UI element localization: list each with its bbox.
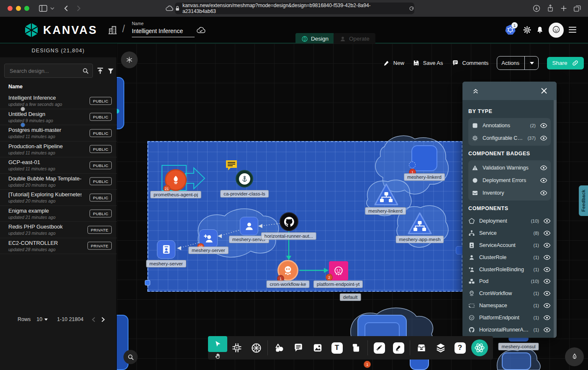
selection-handle[interactable] (145, 280, 150, 285)
components-tool[interactable] (227, 336, 246, 360)
node-label[interactable]: meshery-linkerd (404, 173, 445, 181)
node-cron-workflow[interactable]: 1 (277, 260, 298, 281)
visibility-badge[interactable]: PUBLIC (90, 177, 112, 185)
node-label[interactable]: horizontal-runner-aut... (261, 232, 316, 240)
design-list-item[interactable]: GCP-east-01updated 11 minutes agoPUBLIC (0, 157, 117, 174)
panel-scrollbar[interactable] (554, 100, 557, 338)
component-row[interactable]: ClusterRoleBinding(1) (468, 263, 554, 275)
badge-toggle-row[interactable]: Validation Warnings (472, 162, 547, 174)
pencil-tool[interactable] (389, 336, 408, 360)
feedback-tab[interactable]: Feedback (579, 185, 588, 216)
chevron-down-icon[interactable] (50, 7, 54, 10)
eye-icon[interactable] (543, 326, 551, 334)
rows-per-page-select[interactable]: 10 (36, 316, 48, 322)
design-list-item[interactable]: Intelligent Inferenceupdated a few secon… (0, 93, 117, 109)
filter-icon[interactable] (107, 67, 114, 75)
annotation-comment-icon[interactable] (225, 159, 238, 172)
node-clusterrole[interactable] (240, 217, 258, 235)
eye-icon[interactable] (540, 177, 547, 184)
zoom-control-button[interactable] (123, 350, 138, 364)
visibility-badge[interactable]: PUBLIC (90, 161, 112, 169)
kubernetes-tool[interactable] (246, 336, 266, 360)
snowflake-button[interactable] (121, 51, 138, 68)
visibility-badge[interactable]: PUBLIC (90, 145, 112, 153)
next-page-button[interactable] (101, 317, 105, 322)
component-row[interactable]: Pod(10) (468, 275, 554, 288)
reload-icon[interactable] (409, 6, 414, 11)
eye-icon[interactable] (543, 290, 551, 297)
minimize-window-button[interactable] (16, 6, 21, 11)
comment-tool[interactable] (289, 336, 308, 360)
select-tool[interactable] (208, 336, 227, 352)
visibility-badge[interactable]: PUBLIC (90, 97, 112, 105)
edge-pen-tool[interactable] (370, 336, 389, 360)
note-tool[interactable] (347, 336, 366, 360)
warning-count-badge[interactable]: 1 (364, 361, 371, 368)
eye-icon[interactable] (543, 217, 551, 225)
component-row[interactable]: Service(8) (468, 227, 554, 239)
zoom-window-button[interactable] (24, 6, 29, 11)
design-list-item[interactable]: Untitled Designupdated 9 minutes agoPUBL… (0, 109, 117, 126)
badge-toggle-row[interactable]: Inventory (472, 187, 547, 199)
visibility-badge[interactable]: PUBLIC (90, 193, 112, 201)
save-as-button[interactable]: Save As (413, 59, 443, 67)
new-tab-icon[interactable] (560, 5, 567, 12)
design-list-item[interactable]: EC2-CONTROLLERupdated 28 minutes agoPRIV… (0, 238, 117, 254)
node-label[interactable]: meshery-server (188, 247, 229, 254)
error-count-badge[interactable]: 2 (326, 274, 333, 281)
node-platform-endpoint[interactable]: 2 (329, 261, 348, 280)
kanvas-logo-icon[interactable] (23, 22, 39, 38)
node-linkerd-deployment[interactable]: 1 (411, 145, 437, 171)
meshery-tool[interactable] (470, 339, 490, 356)
image-tool[interactable] (308, 336, 327, 360)
design-list-item[interactable]: Enigma exampleupdated 21 minutes agoPUBL… (0, 206, 117, 222)
new-button[interactable]: New (383, 59, 404, 67)
node-label[interactable]: meshery-linkerd (365, 207, 406, 215)
prev-page-button[interactable] (92, 317, 95, 322)
visibility-badge[interactable]: PUBLIC (90, 210, 112, 218)
eye-icon[interactable] (540, 164, 547, 172)
pan-tool[interactable] (215, 352, 221, 360)
share-button[interactable]: Share (547, 57, 584, 69)
eye-icon[interactable] (543, 314, 551, 321)
visibility-badge[interactable]: PUBLIC (90, 113, 112, 121)
component-row[interactable]: CronWorkflow(1) (468, 288, 554, 300)
component-row[interactable]: ClusterRole(1) (468, 251, 554, 263)
comments-button[interactable]: Comments (452, 59, 489, 67)
component-row[interactable]: HorizontalRunnerAutoscaler(1) (468, 324, 554, 336)
by-type-row[interactable]: Configurable Components (37) (472, 132, 547, 144)
component-row[interactable]: Namespace(1) (468, 300, 554, 312)
by-type-row[interactable]: Annotations (2) (472, 119, 547, 132)
forward-icon[interactable] (77, 5, 81, 12)
downloads-icon[interactable] (532, 4, 541, 13)
component-row[interactable]: ServiceAccount(1) (468, 239, 554, 252)
node-label[interactable]: cron-workflow-ke (267, 280, 310, 288)
tab-overview-icon[interactable] (573, 5, 581, 12)
node-github-runner[interactable] (280, 212, 298, 231)
visibility-badge[interactable]: PUBLIC (90, 129, 112, 137)
import-design-icon[interactable] (96, 67, 104, 75)
close-icon[interactable] (541, 87, 547, 94)
tab-operate[interactable]: Operate (334, 33, 375, 44)
badge-toggle-row[interactable]: Deployment Errors (472, 174, 547, 187)
node-prometheus-agent[interactable]: 21 (162, 165, 187, 191)
node-serviceaccount[interactable] (157, 240, 175, 259)
help-tool[interactable]: ? (450, 336, 470, 360)
collapse-panel-icon[interactable] (472, 87, 480, 95)
shapes-tool[interactable] (270, 336, 289, 360)
component-row[interactable]: PlatformEndpoint(1) (468, 311, 554, 324)
address-bar[interactable]: kanvas.new/extension/meshmap?mode=design… (175, 3, 414, 14)
node-clusterrolebinding[interactable]: 20 (199, 229, 218, 248)
visibility-badge[interactable]: PRIVATE (87, 242, 112, 250)
node-label[interactable]: platform-endpoint-yt (313, 280, 363, 288)
archive-tool[interactable] (412, 336, 431, 360)
notifications-bell-icon[interactable] (536, 26, 544, 34)
icloud-icon[interactable] (165, 5, 174, 12)
design-list-item[interactable]: Double Bubble Map Template-copyupdated 2… (0, 174, 117, 190)
eye-icon[interactable] (540, 189, 547, 197)
design-name-input[interactable] (132, 26, 195, 37)
node-ca-provider[interactable] (236, 170, 253, 188)
kubernetes-context-icon[interactable]: 1 (505, 24, 516, 36)
design-list-item[interactable]: Postgres multi-masterupdated 11 minutes … (0, 125, 117, 141)
organization-icon[interactable] (107, 24, 118, 36)
